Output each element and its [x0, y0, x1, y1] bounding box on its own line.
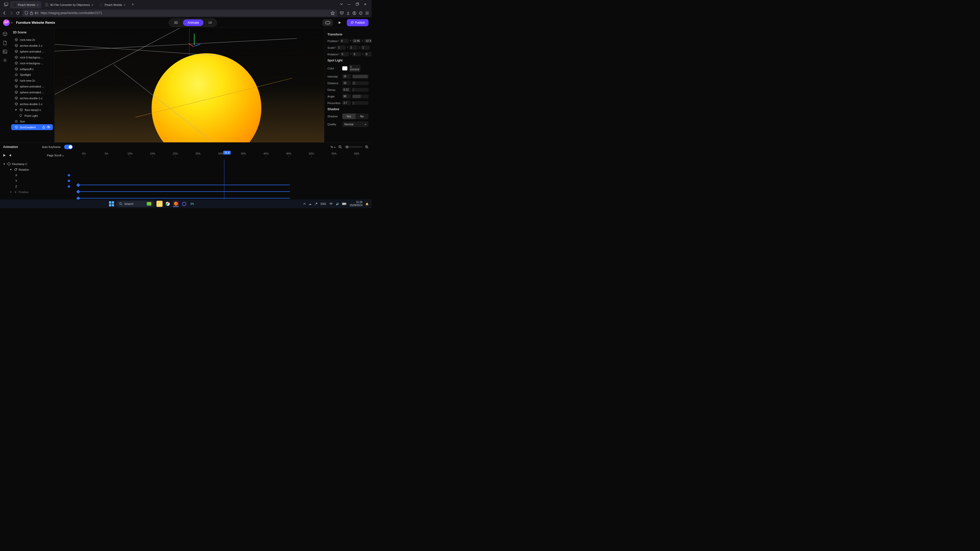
scale-y-input[interactable]: 1	[349, 45, 358, 50]
scene-item-6[interactable]: Spotlight	[10, 72, 54, 78]
publish-button[interactable]: Publish	[347, 19, 369, 26]
taskbar-app-icon[interactable]	[181, 201, 187, 207]
zoom-out-icon[interactable]	[339, 145, 342, 149]
bookmark-star-icon[interactable]	[331, 11, 334, 15]
taskbar-chrome-icon[interactable]	[165, 201, 171, 207]
downloads-icon[interactable]	[346, 11, 350, 15]
tab-close-icon[interactable]: ×	[124, 3, 126, 7]
position-z-input[interactable]: -57.8	[364, 39, 372, 43]
position-y-input[interactable]: 12.95	[352, 39, 361, 43]
rotation-y-input[interactable]: 0	[352, 52, 361, 56]
distance-input[interactable]: 15	[342, 81, 351, 85]
skip-start-icon[interactable]	[8, 154, 11, 157]
position-x-input[interactable]: 0	[340, 39, 348, 43]
page-scroll-dropdown[interactable]: Page Scroll	[47, 154, 64, 157]
browser-tab-2[interactable]: Peach Worlds ×	[97, 1, 128, 8]
taskbar-pt-icon[interactable]: Pt	[189, 201, 195, 207]
scene-item-11[interactable]: arches-double-1-c	[10, 101, 54, 107]
nav-forward-icon[interactable]	[9, 11, 13, 15]
tray-mic-icon[interactable]: 🎤	[314, 203, 318, 205]
rotation-x-input[interactable]: 0	[340, 52, 349, 56]
zoom-in-icon[interactable]	[365, 145, 369, 149]
account-icon[interactable]	[352, 11, 356, 15]
intensity-slider[interactable]	[352, 75, 369, 78]
decay-input[interactable]: 0.12	[342, 87, 351, 92]
scene-item-0[interactable]: rock-new-2c	[10, 37, 54, 43]
scene-cube-icon[interactable]	[3, 32, 7, 36]
shadow-yes[interactable]: Yes	[342, 114, 355, 119]
color-hex-input[interactable]: # FFFFFF	[349, 65, 361, 72]
new-tab-button[interactable]: +	[129, 2, 137, 6]
scene-item-7[interactable]: rock-new-2c	[10, 78, 54, 83]
scene-item-8[interactable]: sphere-animated ...	[10, 83, 54, 89]
mode-animate-tab[interactable]: Animate	[183, 19, 204, 26]
mode-3d-tab[interactable]: 3D	[169, 19, 183, 26]
zoom-slider[interactable]	[345, 146, 363, 148]
tray-onedrive-icon[interactable]: ☁	[309, 203, 311, 205]
tray-chevron-icon[interactable]	[303, 203, 306, 205]
play-icon[interactable]	[3, 154, 6, 157]
start-menu-icon[interactable]	[109, 201, 114, 206]
nav-back-icon[interactable]	[3, 11, 6, 15]
keyframe-icon[interactable]	[67, 185, 70, 188]
tray-notifications-icon[interactable]: 🔔	[366, 203, 369, 205]
scene-item-2[interactable]: sphere-animated ...	[10, 48, 54, 54]
scale-x-input[interactable]: 1	[337, 45, 345, 50]
decay-slider[interactable]	[352, 88, 369, 92]
recent-tabs-icon[interactable]	[2, 3, 10, 6]
taskbar-search[interactable]: Search	[116, 201, 154, 207]
timeline-axis-x[interactable]: X	[3, 172, 71, 178]
angle-input[interactable]: 90	[342, 94, 351, 98]
play-preview-icon[interactable]	[336, 20, 344, 26]
window-close-icon[interactable]: ✕	[364, 3, 368, 6]
project-title[interactable]: Furniture Website Remix	[16, 21, 55, 24]
chevron-down-icon[interactable]	[11, 22, 13, 24]
distance-slider[interactable]	[352, 81, 369, 85]
shadow-quality-select[interactable]: Normal	[342, 121, 369, 127]
menu-icon[interactable]	[365, 11, 369, 15]
taskbar-firefox-icon[interactable]	[173, 201, 179, 207]
browser-tab-0[interactable]: Peach Worlds ×	[10, 1, 41, 8]
timeline-axis-z[interactable]: Z	[3, 184, 71, 189]
scene-item-12[interactable]: ▼floor-lamp2-c	[10, 107, 54, 113]
scene-item-3[interactable]: rock-5-backgrou ...	[10, 54, 54, 60]
window-restore-icon[interactable]	[356, 3, 360, 6]
scene-item-15[interactable]: SunGradient	[11, 124, 53, 130]
rotation-z-input[interactable]: 0	[364, 52, 372, 56]
scene-item-14[interactable]: Sun	[10, 119, 54, 124]
scale-z-input[interactable]: 1	[361, 45, 370, 50]
extensions-icon[interactable]	[359, 11, 363, 15]
playhead-marker[interactable]: 31.8	[223, 151, 231, 155]
scene-item-13[interactable]: Point Light	[10, 113, 54, 119]
scene-item-9[interactable]: sphere-animated ...	[10, 89, 54, 95]
lock-icon[interactable]	[42, 126, 45, 129]
timeline-ruler[interactable]: 0%5%10%15%20%25%30%35%40%45%50%55%60% 31…	[82, 152, 369, 159]
timeline-axis-y[interactable]: Y	[3, 178, 71, 184]
url-input[interactable]: https://staging.peachworlds.com/builder/…	[22, 10, 337, 17]
color-swatch[interactable]	[342, 66, 347, 70]
device-preview-icon[interactable]	[323, 19, 333, 26]
scene-item-10[interactable]: arches-double-1-c	[10, 95, 54, 101]
eye-icon[interactable]	[47, 126, 50, 129]
shadow-no[interactable]: No	[355, 114, 369, 119]
angle-slider[interactable]	[352, 95, 369, 98]
tab-close-icon[interactable]: ×	[91, 3, 94, 7]
taskbar-explorer-icon[interactable]: 📁	[156, 201, 162, 207]
tray-clock[interactable]: 15:26 25/09/2024	[350, 201, 363, 207]
keyframe-icon[interactable]	[67, 174, 70, 176]
timeline-prop-rotation[interactable]: ▼Rotation	[3, 167, 71, 172]
tray-battery-icon[interactable]	[342, 203, 347, 205]
tray-wifi-icon[interactable]	[329, 203, 333, 205]
pocket-icon[interactable]	[340, 11, 344, 15]
tray-language-icon[interactable]: ENG	[321, 203, 326, 205]
timeline-tracks[interactable]	[74, 159, 372, 200]
app-logo-icon[interactable]	[3, 19, 10, 26]
penumbra-slider[interactable]	[352, 101, 369, 105]
penumbra-input[interactable]: 2.7	[342, 101, 351, 105]
reload-icon[interactable]	[16, 11, 20, 15]
scene-item-4[interactable]: rock-4-backgrou ...	[10, 60, 54, 66]
timeline-prop-position[interactable]: ▼Position	[3, 189, 71, 195]
viewport-3d[interactable]	[55, 28, 324, 142]
image-icon[interactable]	[3, 50, 7, 54]
intensity-input[interactable]: 25	[342, 74, 351, 79]
